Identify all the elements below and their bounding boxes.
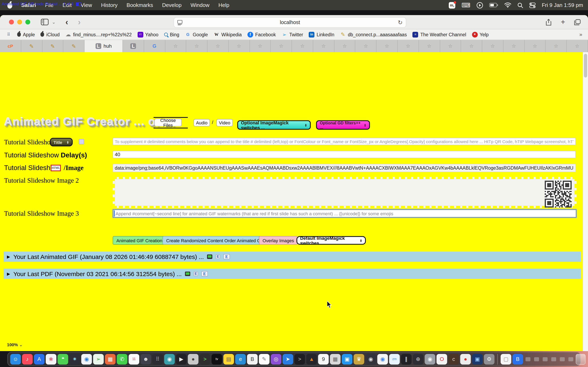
forward-button[interactable]: › bbox=[78, 18, 81, 26]
bookmark-item[interactable]: GGoogle bbox=[185, 32, 208, 37]
dock-app-launchpad[interactable]: ⠿ bbox=[152, 354, 163, 364]
dock-app-calendar[interactable]: 11 bbox=[129, 354, 139, 364]
tab-empty[interactable]: ☆ bbox=[440, 40, 461, 52]
title-select[interactable]: Title ▲▼ bbox=[50, 138, 73, 146]
tab-cpanel[interactable]: cP bbox=[0, 40, 21, 52]
zoom-button[interactable] bbox=[25, 20, 30, 25]
tab-editor-3[interactable]: ✎ bbox=[63, 40, 85, 52]
dock-app-quicktime[interactable]: ▶ bbox=[176, 354, 187, 364]
battery-icon[interactable] bbox=[489, 3, 498, 7]
sidebar-chevron-icon[interactable]: ⌄ bbox=[52, 19, 56, 25]
share-icon[interactable] bbox=[546, 18, 552, 25]
bookmark-item[interactable]: ≡The Weather Channel bbox=[413, 32, 466, 37]
dock-app-terminal[interactable]: > bbox=[200, 354, 210, 364]
minimized-window[interactable] bbox=[534, 357, 539, 361]
device-icon[interactable] bbox=[185, 272, 190, 276]
overlay-images-button[interactable]: Overlay Images bbox=[259, 236, 298, 245]
control-center-icon[interactable] bbox=[529, 2, 536, 8]
delay-input[interactable] bbox=[113, 151, 576, 158]
dock-app-vlc[interactable]: ▲ bbox=[306, 354, 317, 364]
minimized-window[interactable] bbox=[568, 357, 573, 361]
dock-app-safari[interactable]: ◉ bbox=[81, 354, 92, 364]
tab-empty[interactable]: ☆ bbox=[482, 40, 503, 52]
dock-app-camera-app[interactable]: ◉ bbox=[365, 354, 376, 364]
back-button[interactable]: ‹ bbox=[65, 18, 68, 26]
imagemagick-switches-select[interactable]: Optional ImageMagick switches ... ▲▼ bbox=[237, 120, 311, 130]
tab-google[interactable]: G bbox=[144, 40, 165, 52]
url-field[interactable]: localhost ↻ bbox=[173, 17, 406, 28]
audio-button[interactable]: Audio bbox=[194, 119, 210, 126]
disclosure-triangle-icon[interactable]: ▶ bbox=[7, 254, 10, 259]
minimized-window[interactable] bbox=[560, 357, 565, 361]
menu-item-window[interactable]: Window bbox=[190, 2, 209, 8]
bookmark-item[interactable]: inLinkedIn bbox=[309, 32, 334, 37]
tab-empty[interactable]: ☆ bbox=[377, 40, 398, 52]
reload-icon[interactable]: ↻ bbox=[398, 19, 403, 26]
html-badge[interactable]: HTML bbox=[51, 165, 61, 171]
reader-icon[interactable] bbox=[177, 20, 182, 25]
dock-app-facetime[interactable]: ✆ bbox=[117, 354, 127, 364]
dock-app-bbedit[interactable]: B bbox=[247, 354, 258, 364]
tab-empty[interactable]: ☆ bbox=[503, 40, 525, 52]
dock-app-finder[interactable]: ☺ bbox=[10, 354, 21, 364]
tab-empty[interactable]: ☆ bbox=[525, 40, 546, 52]
tab-empty[interactable]: ☆ bbox=[271, 40, 292, 52]
tab-editor-1[interactable]: ✎ bbox=[21, 40, 43, 52]
bookmark-item[interactable]: ✎db_connect.p...aaasaaafaas bbox=[340, 32, 407, 37]
bookmark-item[interactable]: Y!Yahoo bbox=[138, 32, 158, 37]
dock-app-system-settings[interactable]: ⚙ bbox=[484, 354, 494, 364]
tab-empty[interactable]: ☆ bbox=[546, 40, 567, 52]
dock-app-navy-app[interactable]: ▣ bbox=[472, 354, 483, 364]
tab-empty[interactable]: ☆ bbox=[186, 40, 208, 52]
minimized-window[interactable] bbox=[526, 357, 530, 361]
bookmark-item[interactable]: ✶Yelp bbox=[472, 32, 489, 37]
tab-empty[interactable]: ☆ bbox=[334, 40, 355, 52]
tab-empty[interactable]: ☆ bbox=[355, 40, 377, 52]
sidebar-icon[interactable] bbox=[41, 19, 49, 25]
dock-app-maps[interactable]: ➢ bbox=[93, 354, 104, 364]
menu-item-develop[interactable]: Develop bbox=[162, 2, 182, 8]
bookmark-item[interactable]: ⠿ bbox=[6, 32, 11, 37]
page-zoom-indicator[interactable]: 100% ⌄ bbox=[7, 342, 23, 347]
dock-app-gray-app[interactable]: ● bbox=[188, 354, 199, 364]
keyboard-icon[interactable]: ⌨ bbox=[461, 1, 470, 9]
menu-item-bookmarks[interactable]: Bookmarks bbox=[127, 2, 153, 8]
tab-empty[interactable]: ☆ bbox=[229, 40, 250, 52]
menubar-clock[interactable]: Fri 9 Jan 1:59 pm bbox=[542, 2, 583, 8]
dock-app-app-window[interactable]: ▢ bbox=[501, 354, 511, 364]
dock-app-blue-browser[interactable]: e bbox=[235, 354, 246, 364]
dock-app-contacts[interactable]: ☻ bbox=[140, 354, 151, 364]
dock-app-gray-app-2[interactable]: ▦ bbox=[330, 354, 341, 364]
dock-app-app-store[interactable]: A bbox=[34, 354, 44, 364]
search-icon[interactable] bbox=[517, 2, 523, 8]
play-icon[interactable] bbox=[476, 2, 483, 8]
tab-empty[interactable]: ☆ bbox=[208, 40, 229, 52]
dock-app-apple-tv[interactable]: tv bbox=[212, 354, 222, 364]
tab-empty[interactable]: ☆ bbox=[165, 40, 186, 52]
dock-app-gray-camera[interactable]: ◉ bbox=[425, 354, 435, 364]
dock-app-media-app[interactable]: ✷ bbox=[69, 354, 80, 364]
dock-app-notes[interactable]: ▤ bbox=[223, 354, 234, 364]
tab-empty[interactable]: ☆ bbox=[313, 40, 334, 52]
new-tab-icon[interactable]: + bbox=[561, 18, 565, 26]
video-button[interactable]: Video bbox=[216, 119, 233, 126]
tab-empty[interactable]: ☆ bbox=[461, 40, 483, 52]
email-stamp-icon[interactable]: E bbox=[194, 272, 198, 276]
dock-app-messages[interactable]: ❝ bbox=[58, 354, 68, 364]
close-button[interactable] bbox=[9, 20, 14, 25]
animated-gif-creation-button[interactable]: Animated GIF Creation bbox=[113, 236, 166, 245]
tab-localhost[interactable]: L bbox=[123, 40, 144, 52]
email-stamp-icon[interactable]: E bbox=[216, 254, 220, 259]
trash-icon[interactable] bbox=[576, 354, 586, 364]
menubar-app-icon[interactable]: m, bbox=[449, 2, 455, 8]
data-uri-input[interactable] bbox=[113, 164, 576, 172]
last-gif-summary[interactable]: ▶ Your Last Animated GIF (January 08 202… bbox=[4, 252, 581, 262]
dock-app-mission-control[interactable]: ▦ bbox=[105, 354, 116, 364]
bookmark-item[interactable]: Bing bbox=[164, 32, 179, 37]
bookmark-item[interactable]: fFacebook bbox=[247, 32, 276, 37]
dock-app-parallels[interactable]: ∥ bbox=[401, 354, 412, 364]
dock-app-gold-app[interactable]: ♛ bbox=[354, 354, 364, 364]
image2-dropzone[interactable] bbox=[113, 177, 577, 208]
dock-app-chrome[interactable]: ◉ bbox=[377, 354, 388, 364]
tab-empty[interactable]: ☆ bbox=[250, 40, 271, 52]
